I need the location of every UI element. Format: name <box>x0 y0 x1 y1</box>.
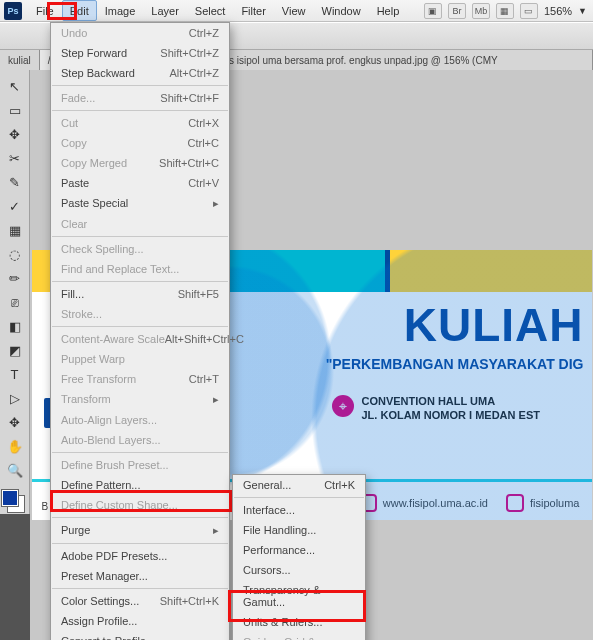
document-tab[interactable]: kulial <box>0 50 40 70</box>
icon-launch[interactable]: ▣ <box>424 3 442 19</box>
tool-button[interactable]: ◩ <box>2 339 28 361</box>
tool-button[interactable]: ✏ <box>2 267 28 289</box>
menu-item: Transform▸ <box>51 389 229 410</box>
menu-help[interactable]: Help <box>369 0 408 21</box>
menubar: Ps FileEditImageLayerSelectFilterViewWin… <box>0 0 593 22</box>
link-text: fisipoluma <box>530 497 580 509</box>
submenu-item[interactable]: Interface... <box>233 500 365 520</box>
edit-menu: UndoCtrl+ZStep ForwardShift+Ctrl+ZStep B… <box>50 22 230 640</box>
menu-layer[interactable]: Layer <box>143 0 187 21</box>
chevron-down-icon[interactable]: ▼ <box>578 6 587 16</box>
tool-button[interactable]: ✓ <box>2 195 28 217</box>
menu-item: Define Brush Preset... <box>51 455 229 475</box>
menu-item: Copy MergedShift+Ctrl+C <box>51 153 229 173</box>
menu-item: Auto-Align Layers... <box>51 410 229 430</box>
menu-item: Stroke... <box>51 304 229 324</box>
tool-button[interactable]: ↖ <box>2 75 28 97</box>
menu-item: Content-Aware ScaleAlt+Shift+Ctrl+C <box>51 329 229 349</box>
submenu-item[interactable]: General...Ctrl+K <box>233 475 365 495</box>
banner-subtitle: "PERKEMBANGAN MASYARAKAT DIG <box>326 356 584 372</box>
menu-item[interactable]: Adobe PDF Presets... <box>51 546 229 566</box>
tools-panel: ↖▭✥✂✎✓▦◌✏⎚◧◩T▷✥✋🔍 <box>0 70 30 514</box>
tool-button[interactable]: ✥ <box>2 411 28 433</box>
banner-title: KULIAH <box>404 298 584 352</box>
footer-links: www.fisipol.uma.ac.id fisipoluma <box>359 494 580 512</box>
menu-window[interactable]: Window <box>314 0 369 21</box>
menu-item[interactable]: Step ForwardShift+Ctrl+Z <box>51 43 229 63</box>
menu-item[interactable]: Define Pattern... <box>51 475 229 495</box>
venue-block: ⌖ CONVENTION HALL UMA JL. KOLAM NOMOR I … <box>332 395 540 423</box>
menu-item[interactable]: Fill...Shift+F5 <box>51 284 229 304</box>
color-swatches[interactable] <box>0 488 26 514</box>
icon-bridge[interactable]: Br <box>448 3 466 19</box>
tool-button[interactable]: ▦ <box>2 219 28 241</box>
tool-button[interactable]: ⎚ <box>2 291 28 313</box>
tool-button[interactable]: T <box>2 363 28 385</box>
pin-icon: ⌖ <box>332 395 354 417</box>
icon-grid[interactable]: ▦ <box>496 3 514 19</box>
menu-item: CopyCtrl+C <box>51 133 229 153</box>
menu-item[interactable]: Paste Special▸ <box>51 193 229 214</box>
tool-button[interactable]: 🔍 <box>2 459 28 481</box>
submenu-item[interactable]: Transparency & Gamut... <box>233 580 365 612</box>
submenu-item[interactable]: Units & Rulers... <box>233 612 365 632</box>
tool-button[interactable]: ✎ <box>2 171 28 193</box>
zoom-label: 156% <box>544 5 572 17</box>
venue-line-2: JL. KOLAM NOMOR I MEDAN EST <box>362 409 540 423</box>
menu-item: Free TransformCtrl+T <box>51 369 229 389</box>
submenu-item[interactable]: Cursors... <box>233 560 365 580</box>
menu-item: CutCtrl+X <box>51 113 229 133</box>
menu-item[interactable]: Color Settings...Shift+Ctrl+K <box>51 591 229 611</box>
submenu-item: Guides, Grid & Slices... <box>233 632 365 640</box>
menu-item: Auto-Blend Layers... <box>51 430 229 450</box>
submenu-item[interactable]: Performance... <box>233 540 365 560</box>
menu-item: Check Spelling... <box>51 239 229 259</box>
tool-button[interactable]: ◧ <box>2 315 28 337</box>
menu-item: Fade...Shift+Ctrl+F <box>51 88 229 108</box>
icon-mb[interactable]: Mb <box>472 3 490 19</box>
menu-item: Puppet Warp <box>51 349 229 369</box>
menu-item[interactable]: Step BackwardAlt+Ctrl+Z <box>51 63 229 83</box>
app-logo: Ps <box>4 2 22 20</box>
venue-line-1: CONVENTION HALL UMA <box>362 395 540 409</box>
menu-item: Find and Replace Text... <box>51 259 229 279</box>
menu-item[interactable]: Convert to Profile... <box>51 631 229 640</box>
menu-image[interactable]: Image <box>97 0 144 21</box>
menu-item[interactable]: Preset Manager... <box>51 566 229 586</box>
menubar-right: ▣ Br Mb ▦ ▭ 156% ▼ <box>424 3 593 19</box>
submenu-item[interactable]: File Handling... <box>233 520 365 540</box>
tool-button[interactable]: ✋ <box>2 435 28 457</box>
tool-button[interactable]: ▭ <box>2 99 28 121</box>
menu-item[interactable]: PasteCtrl+V <box>51 173 229 193</box>
menu-file[interactable]: File <box>28 0 62 21</box>
instagram-icon <box>506 494 524 512</box>
menu-item: UndoCtrl+Z <box>51 23 229 43</box>
menu-select[interactable]: Select <box>187 0 234 21</box>
link-text: www.fisipol.uma.ac.id <box>383 497 488 509</box>
tool-button[interactable]: ▷ <box>2 387 28 409</box>
icon-screen[interactable]: ▭ <box>520 3 538 19</box>
menu-item[interactable]: Assign Profile... <box>51 611 229 631</box>
tool-button[interactable]: ◌ <box>2 243 28 265</box>
menu-item: Define Custom Shape... <box>51 495 229 515</box>
tool-button[interactable]: ✂ <box>2 147 28 169</box>
menu-edit[interactable]: Edit <box>62 0 97 21</box>
menu-item: Clear <box>51 214 229 234</box>
menu-filter[interactable]: Filter <box>233 0 273 21</box>
preferences-submenu: General...Ctrl+KInterface...File Handlin… <box>232 474 366 640</box>
menu-view[interactable]: View <box>274 0 314 21</box>
tool-button[interactable]: ✥ <box>2 123 28 145</box>
menu-item[interactable]: Purge▸ <box>51 520 229 541</box>
